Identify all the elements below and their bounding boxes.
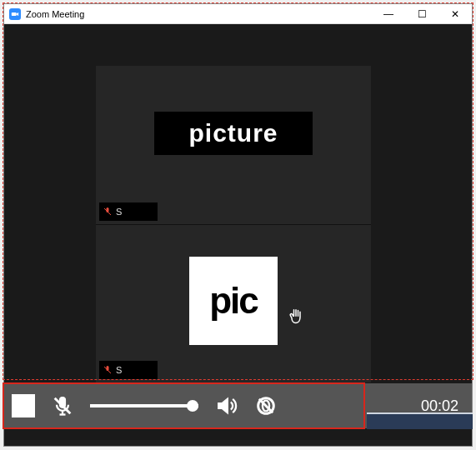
mic-muted-icon xyxy=(103,365,113,375)
mic-muted-icon[interactable] xyxy=(50,393,75,418)
participant-name: S xyxy=(116,207,122,217)
camera-off-icon[interactable] xyxy=(253,393,278,418)
volume-slider-thumb[interactable] xyxy=(187,400,198,412)
window-title: Zoom Meeting xyxy=(26,9,84,19)
video-placeholder: picture xyxy=(154,112,313,155)
taskbar-fragment xyxy=(367,412,473,429)
raised-hand-icon xyxy=(288,308,304,329)
video-placeholder: pic xyxy=(189,257,278,345)
svg-rect-0 xyxy=(12,12,17,15)
participant-name-tag: S xyxy=(99,361,158,379)
participant-name-tag: S xyxy=(99,202,158,221)
minimize-button[interactable]: — xyxy=(372,4,405,24)
close-button[interactable]: ✕ xyxy=(438,4,472,24)
zoom-window: Zoom Meeting — ☐ ✕ picture S pic xyxy=(3,3,473,447)
maximize-button[interactable]: ☐ xyxy=(405,4,438,24)
mic-muted-icon xyxy=(103,207,113,217)
stop-button[interactable] xyxy=(12,394,35,418)
participant-tile[interactable]: picture S xyxy=(96,66,371,225)
volume-slider[interactable] xyxy=(90,404,198,408)
participant-tile[interactable]: pic S xyxy=(96,225,371,383)
video-grid: picture S pic xyxy=(96,66,371,382)
speaker-icon[interactable] xyxy=(213,393,238,418)
zoom-icon xyxy=(9,8,21,20)
titlebar: Zoom Meeting — ☐ ✕ xyxy=(4,4,472,24)
participant-name: S xyxy=(116,365,122,375)
